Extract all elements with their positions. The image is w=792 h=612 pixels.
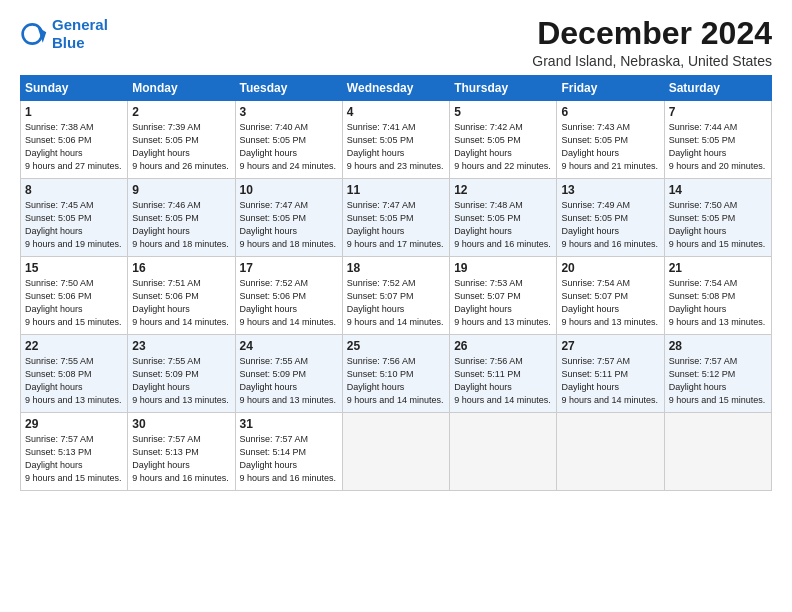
day-number: 23 [132, 339, 230, 353]
day-info: Sunrise: 7:40 AMSunset: 5:05 PMDaylight … [240, 121, 338, 173]
day-number: 1 [25, 105, 123, 119]
day-info: Sunrise: 7:55 AMSunset: 5:09 PMDaylight … [240, 355, 338, 407]
weekday-header-thursday: Thursday [450, 76, 557, 101]
day-info: Sunrise: 7:52 AMSunset: 5:07 PMDaylight … [347, 277, 445, 329]
day-number: 11 [347, 183, 445, 197]
day-number: 24 [240, 339, 338, 353]
day-info: Sunrise: 7:57 AMSunset: 5:11 PMDaylight … [561, 355, 659, 407]
day-info: Sunrise: 7:48 AMSunset: 5:05 PMDaylight … [454, 199, 552, 251]
day-info: Sunrise: 7:51 AMSunset: 5:06 PMDaylight … [132, 277, 230, 329]
day-number: 10 [240, 183, 338, 197]
day-number: 14 [669, 183, 767, 197]
day-info: Sunrise: 7:52 AMSunset: 5:06 PMDaylight … [240, 277, 338, 329]
day-number: 31 [240, 417, 338, 431]
logo-text: General Blue [52, 16, 108, 52]
day-number: 17 [240, 261, 338, 275]
day-info: Sunrise: 7:46 AMSunset: 5:05 PMDaylight … [132, 199, 230, 251]
day-number: 29 [25, 417, 123, 431]
calendar-cell: 14Sunrise: 7:50 AMSunset: 5:05 PMDayligh… [664, 179, 771, 257]
calendar-week-row: 29Sunrise: 7:57 AMSunset: 5:13 PMDayligh… [21, 413, 772, 491]
calendar-cell: 5Sunrise: 7:42 AMSunset: 5:05 PMDaylight… [450, 101, 557, 179]
day-info: Sunrise: 7:50 AMSunset: 5:05 PMDaylight … [669, 199, 767, 251]
day-info: Sunrise: 7:41 AMSunset: 5:05 PMDaylight … [347, 121, 445, 173]
calendar-cell: 21Sunrise: 7:54 AMSunset: 5:08 PMDayligh… [664, 257, 771, 335]
calendar-week-row: 22Sunrise: 7:55 AMSunset: 5:08 PMDayligh… [21, 335, 772, 413]
day-number: 30 [132, 417, 230, 431]
location: Grand Island, Nebraska, United States [532, 53, 772, 69]
weekday-header-row: SundayMondayTuesdayWednesdayThursdayFrid… [21, 76, 772, 101]
day-number: 5 [454, 105, 552, 119]
calendar-cell: 18Sunrise: 7:52 AMSunset: 5:07 PMDayligh… [342, 257, 449, 335]
calendar-cell: 22Sunrise: 7:55 AMSunset: 5:08 PMDayligh… [21, 335, 128, 413]
calendar-cell [557, 413, 664, 491]
calendar-cell: 20Sunrise: 7:54 AMSunset: 5:07 PMDayligh… [557, 257, 664, 335]
calendar-cell: 25Sunrise: 7:56 AMSunset: 5:10 PMDayligh… [342, 335, 449, 413]
calendar-cell: 3Sunrise: 7:40 AMSunset: 5:05 PMDaylight… [235, 101, 342, 179]
day-number: 27 [561, 339, 659, 353]
day-info: Sunrise: 7:55 AMSunset: 5:08 PMDaylight … [25, 355, 123, 407]
day-info: Sunrise: 7:53 AMSunset: 5:07 PMDaylight … [454, 277, 552, 329]
day-info: Sunrise: 7:38 AMSunset: 5:06 PMDaylight … [25, 121, 123, 173]
day-info: Sunrise: 7:45 AMSunset: 5:05 PMDaylight … [25, 199, 123, 251]
day-number: 12 [454, 183, 552, 197]
calendar-week-row: 8Sunrise: 7:45 AMSunset: 5:05 PMDaylight… [21, 179, 772, 257]
day-number: 26 [454, 339, 552, 353]
day-number: 18 [347, 261, 445, 275]
day-number: 21 [669, 261, 767, 275]
weekday-header-saturday: Saturday [664, 76, 771, 101]
calendar-cell: 1Sunrise: 7:38 AMSunset: 5:06 PMDaylight… [21, 101, 128, 179]
calendar-cell: 7Sunrise: 7:44 AMSunset: 5:05 PMDaylight… [664, 101, 771, 179]
day-number: 3 [240, 105, 338, 119]
header: General Blue December 2024 Grand Island,… [20, 16, 772, 69]
calendar-cell [450, 413, 557, 491]
calendar-cell: 11Sunrise: 7:47 AMSunset: 5:05 PMDayligh… [342, 179, 449, 257]
day-info: Sunrise: 7:47 AMSunset: 5:05 PMDaylight … [347, 199, 445, 251]
day-info: Sunrise: 7:54 AMSunset: 5:08 PMDaylight … [669, 277, 767, 329]
day-number: 13 [561, 183, 659, 197]
day-info: Sunrise: 7:57 AMSunset: 5:14 PMDaylight … [240, 433, 338, 485]
calendar-cell: 2Sunrise: 7:39 AMSunset: 5:05 PMDaylight… [128, 101, 235, 179]
weekday-header-wednesday: Wednesday [342, 76, 449, 101]
calendar-cell: 6Sunrise: 7:43 AMSunset: 5:05 PMDaylight… [557, 101, 664, 179]
calendar-cell: 31Sunrise: 7:57 AMSunset: 5:14 PMDayligh… [235, 413, 342, 491]
day-number: 4 [347, 105, 445, 119]
weekday-header-tuesday: Tuesday [235, 76, 342, 101]
day-info: Sunrise: 7:57 AMSunset: 5:13 PMDaylight … [132, 433, 230, 485]
day-info: Sunrise: 7:55 AMSunset: 5:09 PMDaylight … [132, 355, 230, 407]
weekday-header-friday: Friday [557, 76, 664, 101]
weekday-header-monday: Monday [128, 76, 235, 101]
month-title: December 2024 [532, 16, 772, 51]
day-number: 9 [132, 183, 230, 197]
calendar-cell: 19Sunrise: 7:53 AMSunset: 5:07 PMDayligh… [450, 257, 557, 335]
calendar-cell: 10Sunrise: 7:47 AMSunset: 5:05 PMDayligh… [235, 179, 342, 257]
day-info: Sunrise: 7:57 AMSunset: 5:12 PMDaylight … [669, 355, 767, 407]
calendar-cell: 29Sunrise: 7:57 AMSunset: 5:13 PMDayligh… [21, 413, 128, 491]
weekday-header-sunday: Sunday [21, 76, 128, 101]
day-info: Sunrise: 7:43 AMSunset: 5:05 PMDaylight … [561, 121, 659, 173]
day-info: Sunrise: 7:54 AMSunset: 5:07 PMDaylight … [561, 277, 659, 329]
day-number: 22 [25, 339, 123, 353]
calendar-cell: 30Sunrise: 7:57 AMSunset: 5:13 PMDayligh… [128, 413, 235, 491]
day-number: 20 [561, 261, 659, 275]
day-info: Sunrise: 7:56 AMSunset: 5:10 PMDaylight … [347, 355, 445, 407]
calendar-cell: 27Sunrise: 7:57 AMSunset: 5:11 PMDayligh… [557, 335, 664, 413]
day-number: 25 [347, 339, 445, 353]
calendar-cell: 8Sunrise: 7:45 AMSunset: 5:05 PMDaylight… [21, 179, 128, 257]
svg-point-0 [23, 24, 42, 43]
calendar-table: SundayMondayTuesdayWednesdayThursdayFrid… [20, 75, 772, 491]
day-number: 8 [25, 183, 123, 197]
day-number: 6 [561, 105, 659, 119]
day-number: 28 [669, 339, 767, 353]
calendar-cell: 26Sunrise: 7:56 AMSunset: 5:11 PMDayligh… [450, 335, 557, 413]
day-info: Sunrise: 7:44 AMSunset: 5:05 PMDaylight … [669, 121, 767, 173]
day-info: Sunrise: 7:42 AMSunset: 5:05 PMDaylight … [454, 121, 552, 173]
day-number: 2 [132, 105, 230, 119]
day-info: Sunrise: 7:39 AMSunset: 5:05 PMDaylight … [132, 121, 230, 173]
calendar-week-row: 15Sunrise: 7:50 AMSunset: 5:06 PMDayligh… [21, 257, 772, 335]
calendar-cell: 17Sunrise: 7:52 AMSunset: 5:06 PMDayligh… [235, 257, 342, 335]
calendar-cell: 28Sunrise: 7:57 AMSunset: 5:12 PMDayligh… [664, 335, 771, 413]
logo-icon [20, 20, 48, 48]
calendar-cell [664, 413, 771, 491]
day-info: Sunrise: 7:57 AMSunset: 5:13 PMDaylight … [25, 433, 123, 485]
title-block: December 2024 Grand Island, Nebraska, Un… [532, 16, 772, 69]
